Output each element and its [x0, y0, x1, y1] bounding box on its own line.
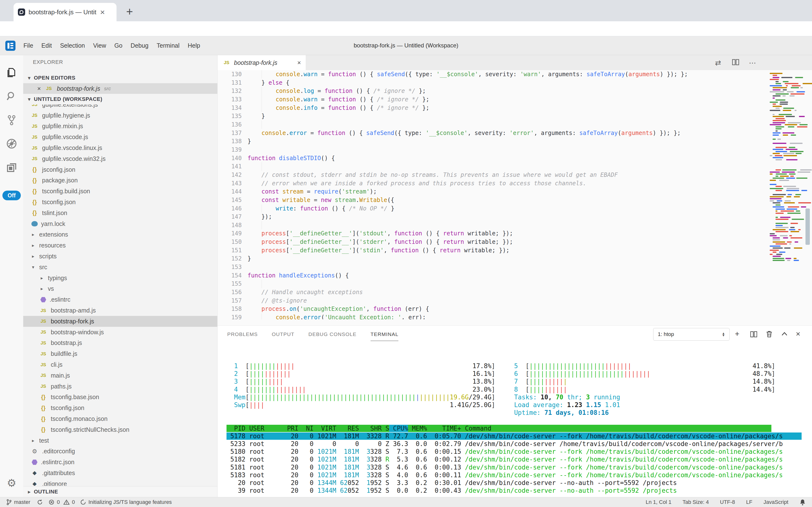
tree-item-buildfile.js[interactable]: JSbuildfile.js — [23, 348, 217, 359]
menu-file[interactable]: File — [19, 42, 37, 49]
tree-item-paths.js[interactable]: JSpaths.js — [23, 381, 217, 392]
tree-item-bootstrap-amd.js[interactable]: JSbootstrap-amd.js — [23, 305, 217, 316]
kill-terminal-icon[interactable] — [766, 330, 772, 338]
source-control-icon[interactable] — [0, 108, 23, 131]
tree-item-gulpfile.mixin.js[interactable]: JSgulpfile.mixin.js — [23, 121, 217, 132]
editor-scrollbar[interactable] — [806, 209, 810, 245]
menu-view[interactable]: View — [89, 42, 110, 49]
maximize-panel-icon[interactable] — [781, 330, 788, 338]
tree-item-scripts[interactable]: ▸scripts — [23, 251, 217, 262]
menu-help[interactable]: Help — [184, 42, 204, 49]
tree-item-bootstrap-fork.js[interactable]: JSbootstrap-fork.js — [23, 316, 217, 327]
tree-item-main.js[interactable]: JSmain.js — [23, 370, 217, 381]
code-line-134: 134console.info = function () { /* ignor… — [217, 104, 769, 112]
open-editor-item[interactable]: × JS bootstrap-fork.js src — [23, 83, 217, 94]
code-editor[interactable]: 130console.warn = function () { safeSend… — [217, 70, 769, 319]
open-changes-icon[interactable]: ⇄ — [715, 59, 721, 67]
tree-item-.editorconfig[interactable]: ⚙.editorconfig — [23, 446, 217, 457]
menu-selection[interactable]: Selection — [56, 42, 89, 49]
language-mode[interactable]: JavaScript — [763, 499, 788, 505]
encoding[interactable]: UTF-8 — [720, 499, 735, 505]
live-share-off-badge[interactable]: Off — [2, 190, 21, 200]
line-number: 134 — [217, 104, 242, 112]
panel-tab-problems[interactable]: PROBLEMS — [227, 331, 258, 341]
tab-close-icon[interactable]: × — [297, 59, 301, 66]
terminal-output[interactable]: 1 [|||||||||||| 17.8%] 5 [||||||||||||||… — [227, 362, 802, 497]
tree-item-gulpfile.hygiene.js[interactable]: JSgulpfile.hygiene.js — [23, 110, 217, 121]
workspace-header[interactable]: ▾ UNTITLED (WORKSPACE) — [23, 94, 217, 105]
tree-item-.gitattributes[interactable]: ◆.gitattributes — [23, 467, 217, 478]
tab-close-icon[interactable]: × — [100, 8, 105, 16]
panel-tab-terminal[interactable]: TERMINAL — [371, 331, 398, 341]
errors-item[interactable]: 0 — [49, 499, 60, 505]
warnings-item[interactable]: 0 — [63, 499, 75, 505]
terminal-selector[interactable]: 1: htop ▲▼ — [653, 328, 730, 341]
settings-gear-icon[interactable]: ⚙ — [0, 471, 23, 494]
tree-item-yarn.lock[interactable]: yarn.lock — [23, 218, 217, 229]
tree-item-package.json[interactable]: {}package.json — [23, 175, 217, 186]
panel-tab-output[interactable]: OUTPUT — [272, 331, 295, 341]
code-line-133: 133console.warn = function () { /* ignor… — [217, 95, 769, 104]
search-icon[interactable] — [0, 84, 23, 108]
js-file-icon: JS — [39, 373, 47, 378]
language-status-item[interactable]: Initializing JS/TS language features — [80, 499, 172, 505]
menu-debug[interactable]: Debug — [126, 42, 152, 49]
tree-item-bootstrap.js[interactable]: JSbootstrap.js — [23, 338, 217, 349]
tree-item-gulpfile.vscode.win32.js[interactable]: JSgulpfile.vscode.win32.js — [23, 153, 217, 164]
debug-disabled-icon[interactable] — [0, 132, 23, 155]
extensions-icon[interactable] — [0, 156, 23, 179]
panel-tab-debug-console[interactable]: DEBUG CONSOLE — [308, 331, 357, 341]
outline-header[interactable]: ▸ OUTLINE — [23, 486, 217, 497]
tree-item-tsconfig.build.json[interactable]: {}tsconfig.build.json — [23, 186, 217, 196]
bell-icon[interactable] — [799, 499, 806, 506]
tree-item-.eslintrc[interactable]: .eslintrc — [23, 294, 217, 305]
menu-terminal[interactable]: Terminal — [152, 42, 184, 49]
tree-item-tsconfig.strictNullChecks.json[interactable]: {}tsconfig.strictNullChecks.json — [23, 424, 217, 435]
json-file-icon: {} — [30, 210, 39, 216]
tree-item-tslint.json[interactable]: {}tslint.json — [23, 208, 217, 218]
close-icon[interactable]: × — [37, 86, 41, 92]
cursor-position[interactable]: Ln 1, Col 1 — [646, 499, 671, 505]
tree-item-bootstrap-window.js[interactable]: JSbootstrap-window.js — [23, 327, 217, 338]
tree-item-resources[interactable]: ▸resources — [23, 240, 217, 251]
tree-item-label: gulpfile.vscode.js — [42, 133, 88, 140]
line-number: 143 — [217, 179, 242, 188]
new-terminal-icon[interactable]: + — [735, 330, 740, 338]
tree-item-typings[interactable]: ▸typings — [23, 273, 217, 283]
tree-item-cli.js[interactable]: JScli.js — [23, 359, 217, 370]
split-terminal-icon[interactable] — [750, 331, 757, 338]
tab-size[interactable]: Tab Size: 4 — [682, 499, 709, 505]
new-tab-button[interactable]: + — [126, 5, 133, 18]
tree-item-gulpfile.vscode.js[interactable]: JSgulpfile.vscode.js — [23, 131, 217, 143]
tree-item-gulpfile.vscode.linux.js[interactable]: JSgulpfile.vscode.linux.js — [23, 143, 217, 153]
code-line-153: 153 — [217, 263, 769, 271]
tree-item-tsconfig.monaco.json[interactable]: {}tsconfig.monaco.json — [23, 413, 217, 424]
editor-tab[interactable]: JS bootstrap-fork.js × — [217, 55, 306, 70]
line-number: 148 — [217, 221, 242, 230]
json-file-icon: {} — [39, 415, 47, 422]
tree-item-test[interactable]: ▸test — [23, 435, 217, 446]
split-editor-icon[interactable] — [732, 59, 739, 66]
open-editors-header[interactable]: ▾ OPEN EDITORS — [23, 72, 217, 83]
coder-logo-icon[interactable] — [5, 41, 15, 51]
tree-item-src[interactable]: ▾src — [23, 262, 217, 273]
browser-tab[interactable]: bootstrap-fork.js — Untitled (W × — [13, 3, 117, 21]
git-branch-item[interactable]: master — [6, 499, 30, 505]
menu-edit[interactable]: Edit — [37, 42, 56, 49]
tree-item-.eslintrc.json[interactable]: .eslintrc.json — [23, 457, 217, 467]
menu-go[interactable]: Go — [110, 42, 126, 49]
explorer-icon[interactable] — [0, 61, 23, 84]
eol[interactable]: LF — [746, 499, 753, 505]
more-actions-icon[interactable]: ⋯ — [749, 59, 756, 67]
tree-item-tsconfig.json[interactable]: {}tsconfig.json — [23, 402, 217, 413]
sync-icon[interactable] — [37, 499, 43, 505]
tree-item-vs[interactable]: ▸vs — [23, 283, 217, 294]
tree-item-extensions[interactable]: ▸extensions — [23, 229, 217, 240]
minimap[interactable] — [769, 71, 809, 264]
close-panel-icon[interactable]: × — [796, 330, 800, 338]
tree-item-tsconfig.base.json[interactable]: {}tsconfig.base.json — [23, 392, 217, 403]
tree-item-gulpfile.extensions.js[interactable]: JSgulpfile.extensions.js — [23, 105, 217, 110]
tree-item-tsconfig.json[interactable]: {}tsconfig.json — [23, 196, 217, 208]
tree-item-.gitignore[interactable]: ◆.gitignore — [23, 478, 217, 486]
tree-item-jsconfig.json[interactable]: {}jsconfig.json — [23, 164, 217, 175]
